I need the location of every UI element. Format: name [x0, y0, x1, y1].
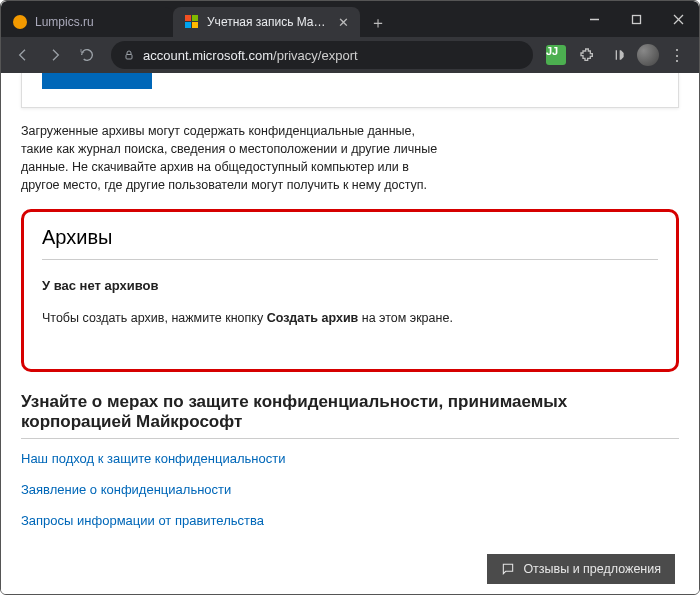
toolbar: account.microsoft.com/privacy/export JJ …: [1, 37, 699, 73]
link-privacy-statement[interactable]: Заявление о конфиденциальности: [21, 482, 679, 497]
close-tab-icon[interactable]: ✕: [336, 15, 350, 29]
tab-title: Lumpics.ru: [35, 15, 163, 29]
divider: [21, 438, 679, 439]
lock-icon: [123, 49, 135, 61]
create-archive-button[interactable]: [42, 73, 152, 89]
top-card: [21, 73, 679, 108]
close-window-button[interactable]: [657, 1, 699, 37]
profile-avatar[interactable]: [637, 44, 659, 66]
browser-window: Lumpics.ru Учетная запись Майкрософт | К…: [0, 0, 700, 595]
archives-heading: Архивы: [42, 226, 658, 249]
back-button[interactable]: [9, 41, 37, 69]
link-privacy-approach[interactable]: Наш подход к защите конфиденциальности: [21, 451, 679, 466]
archives-empty-desc: Чтобы создать архив, нажмите кнопку Созд…: [42, 311, 658, 325]
menu-button[interactable]: ⋮: [663, 41, 691, 69]
chat-icon: [501, 562, 515, 576]
svg-rect-1: [632, 15, 640, 23]
favicon-lumpics: [13, 15, 27, 29]
titlebar: Lumpics.ru Учетная запись Майкрософт | К…: [1, 1, 699, 37]
page-viewport: Загруженные архивы могут содержать конфи…: [1, 73, 699, 594]
address-bar[interactable]: account.microsoft.com/privacy/export: [111, 41, 533, 69]
feedback-button[interactable]: Отзывы и предложения: [487, 554, 675, 584]
tab-title: Учетная запись Майкрософт | К: [207, 15, 328, 29]
extensions-icon[interactable]: [573, 41, 601, 69]
divider: [42, 259, 658, 260]
page-content: Загруженные архивы могут содержать конфи…: [1, 73, 699, 584]
tab-ms-account[interactable]: Учетная запись Майкрософт | К ✕: [173, 7, 360, 37]
archives-empty-title: У вас нет архивов: [42, 278, 658, 293]
extension-green[interactable]: JJ: [543, 42, 569, 68]
maximize-button[interactable]: [615, 1, 657, 37]
media-control-icon[interactable]: [605, 41, 633, 69]
forward-button[interactable]: [41, 41, 69, 69]
svg-rect-4: [126, 55, 132, 60]
warning-text: Загруженные архивы могут содержать конфи…: [21, 122, 441, 195]
favicon-microsoft: [185, 15, 199, 29]
window-controls: [573, 1, 699, 37]
learn-heading: Узнайте о мерах по защите конфиденциальн…: [21, 392, 679, 432]
link-gov-requests[interactable]: Запросы информации от правительства: [21, 513, 679, 528]
archives-section-highlighted: Архивы У вас нет архивов Чтобы создать а…: [21, 209, 679, 372]
new-tab-button[interactable]: ＋: [364, 9, 392, 37]
url-text: account.microsoft.com/privacy/export: [143, 48, 358, 63]
reload-button[interactable]: [73, 41, 101, 69]
minimize-button[interactable]: [573, 1, 615, 37]
tab-lumpics[interactable]: Lumpics.ru: [1, 7, 173, 37]
